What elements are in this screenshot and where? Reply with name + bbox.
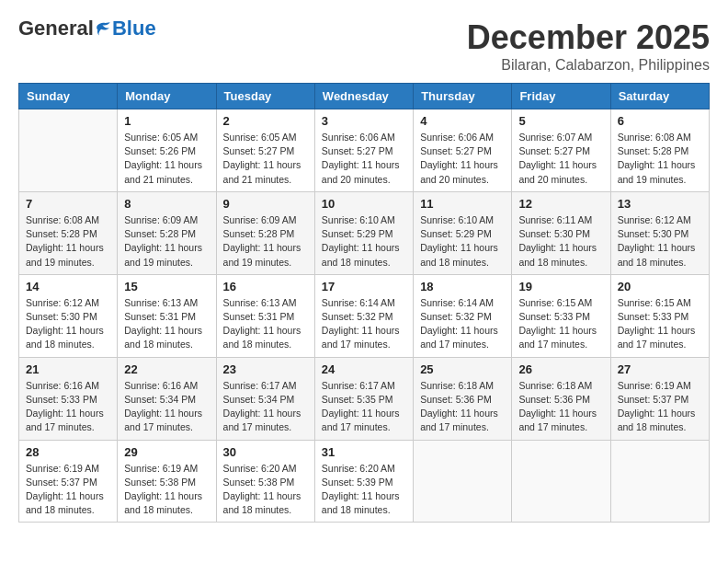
calendar-cell: 29Sunrise: 6:19 AM Sunset: 5:38 PM Dayli…	[118, 440, 216, 523]
day-info: Sunrise: 6:09 AM Sunset: 5:28 PM Dayligh…	[223, 213, 308, 270]
calendar-week-row: 7Sunrise: 6:08 AM Sunset: 5:28 PM Daylig…	[19, 191, 710, 274]
day-number: 7	[26, 197, 110, 211]
day-info: Sunrise: 6:19 AM Sunset: 5:37 PM Dayligh…	[26, 462, 110, 518]
calendar-cell: 14Sunrise: 6:12 AM Sunset: 5:30 PM Dayli…	[19, 274, 118, 357]
day-number: 9	[223, 197, 308, 211]
calendar-header-row: SundayMondayTuesdayWednesdayThursdayFrid…	[19, 84, 710, 109]
calendar-cell: 4Sunrise: 6:06 AM Sunset: 5:27 PM Daylig…	[414, 109, 512, 192]
weekday-header-friday: Friday	[512, 84, 610, 109]
calendar-cell: 23Sunrise: 6:17 AM Sunset: 5:34 PM Dayli…	[216, 357, 314, 440]
calendar-cell: 24Sunrise: 6:17 AM Sunset: 5:35 PM Dayli…	[314, 357, 413, 440]
day-number: 18	[420, 280, 505, 293]
calendar-cell: 30Sunrise: 6:20 AM Sunset: 5:38 PM Dayli…	[216, 440, 314, 523]
calendar-cell: 5Sunrise: 6:07 AM Sunset: 5:27 PM Daylig…	[512, 109, 610, 192]
day-number: 19	[518, 280, 603, 293]
calendar-cell: 28Sunrise: 6:19 AM Sunset: 5:37 PM Dayli…	[19, 440, 118, 523]
day-info: Sunrise: 6:09 AM Sunset: 5:28 PM Dayligh…	[124, 213, 209, 270]
day-number: 10	[322, 197, 406, 211]
day-info: Sunrise: 6:10 AM Sunset: 5:29 PM Dayligh…	[322, 213, 406, 270]
day-number: 20	[618, 280, 702, 293]
day-number: 27	[618, 362, 702, 376]
day-info: Sunrise: 6:08 AM Sunset: 5:28 PM Dayligh…	[26, 213, 110, 270]
calendar-cell: 27Sunrise: 6:19 AM Sunset: 5:37 PM Dayli…	[610, 357, 709, 440]
day-info: Sunrise: 6:19 AM Sunset: 5:38 PM Dayligh…	[124, 462, 209, 518]
day-info: Sunrise: 6:05 AM Sunset: 5:27 PM Dayligh…	[223, 131, 308, 187]
day-info: Sunrise: 6:08 AM Sunset: 5:28 PM Dayligh…	[618, 131, 702, 187]
day-number: 13	[618, 197, 702, 211]
calendar-cell: 21Sunrise: 6:16 AM Sunset: 5:33 PM Dayli…	[19, 357, 118, 440]
day-number: 22	[124, 362, 209, 376]
calendar-cell: 6Sunrise: 6:08 AM Sunset: 5:28 PM Daylig…	[610, 109, 709, 192]
calendar-week-row: 14Sunrise: 6:12 AM Sunset: 5:30 PM Dayli…	[19, 274, 710, 357]
day-number: 4	[420, 114, 505, 128]
weekday-header-monday: Monday	[118, 84, 216, 109]
calendar-cell: 19Sunrise: 6:15 AM Sunset: 5:33 PM Dayli…	[512, 274, 610, 357]
page-header: General Blue December 2025 Bilaran, Cala…	[18, 18, 710, 74]
day-info: Sunrise: 6:18 AM Sunset: 5:36 PM Dayligh…	[518, 379, 603, 435]
calendar-cell: 11Sunrise: 6:10 AM Sunset: 5:29 PM Dayli…	[414, 191, 512, 274]
month-title: December 2025	[467, 18, 710, 57]
day-info: Sunrise: 6:17 AM Sunset: 5:35 PM Dayligh…	[322, 379, 406, 435]
day-number: 11	[420, 197, 505, 211]
day-info: Sunrise: 6:15 AM Sunset: 5:33 PM Dayligh…	[518, 296, 603, 352]
day-number: 31	[322, 445, 406, 459]
weekday-header-tuesday: Tuesday	[216, 84, 314, 109]
calendar-cell: 31Sunrise: 6:20 AM Sunset: 5:39 PM Dayli…	[314, 440, 413, 523]
day-info: Sunrise: 6:05 AM Sunset: 5:26 PM Dayligh…	[124, 131, 209, 187]
day-number: 23	[223, 362, 308, 376]
day-number: 5	[518, 114, 603, 128]
calendar-cell: 22Sunrise: 6:16 AM Sunset: 5:34 PM Dayli…	[118, 357, 216, 440]
day-info: Sunrise: 6:07 AM Sunset: 5:27 PM Dayligh…	[518, 131, 603, 187]
day-info: Sunrise: 6:20 AM Sunset: 5:38 PM Dayligh…	[223, 462, 308, 518]
day-number: 15	[124, 280, 209, 293]
logo-bird-icon	[96, 20, 112, 37]
calendar-cell: 7Sunrise: 6:08 AM Sunset: 5:28 PM Daylig…	[19, 191, 118, 274]
calendar-cell: 15Sunrise: 6:13 AM Sunset: 5:31 PM Dayli…	[118, 274, 216, 357]
calendar-week-row: 1Sunrise: 6:05 AM Sunset: 5:26 PM Daylig…	[19, 109, 710, 192]
weekday-header-sunday: Sunday	[19, 84, 118, 109]
calendar-cell: 20Sunrise: 6:15 AM Sunset: 5:33 PM Dayli…	[610, 274, 709, 357]
day-info: Sunrise: 6:18 AM Sunset: 5:36 PM Dayligh…	[420, 379, 505, 435]
title-block: December 2025 Bilaran, Calabarzon, Phili…	[467, 18, 710, 74]
calendar-cell: 8Sunrise: 6:09 AM Sunset: 5:28 PM Daylig…	[118, 191, 216, 274]
day-info: Sunrise: 6:12 AM Sunset: 5:30 PM Dayligh…	[618, 213, 702, 270]
calendar-cell	[19, 109, 118, 192]
day-number: 16	[223, 280, 308, 293]
calendar-cell: 26Sunrise: 6:18 AM Sunset: 5:36 PM Dayli…	[512, 357, 610, 440]
day-info: Sunrise: 6:10 AM Sunset: 5:29 PM Dayligh…	[420, 213, 505, 270]
day-info: Sunrise: 6:12 AM Sunset: 5:30 PM Dayligh…	[26, 296, 110, 352]
day-number: 3	[322, 114, 406, 128]
calendar-table: SundayMondayTuesdayWednesdayThursdayFrid…	[18, 83, 710, 523]
day-info: Sunrise: 6:15 AM Sunset: 5:33 PM Dayligh…	[618, 296, 702, 352]
calendar-week-row: 21Sunrise: 6:16 AM Sunset: 5:33 PM Dayli…	[19, 357, 710, 440]
calendar-cell: 25Sunrise: 6:18 AM Sunset: 5:36 PM Dayli…	[414, 357, 512, 440]
calendar-cell: 12Sunrise: 6:11 AM Sunset: 5:30 PM Dayli…	[512, 191, 610, 274]
day-info: Sunrise: 6:16 AM Sunset: 5:34 PM Dayligh…	[124, 379, 209, 435]
calendar-cell	[512, 440, 610, 523]
day-info: Sunrise: 6:13 AM Sunset: 5:31 PM Dayligh…	[124, 296, 209, 352]
day-info: Sunrise: 6:11 AM Sunset: 5:30 PM Dayligh…	[518, 213, 603, 270]
day-info: Sunrise: 6:14 AM Sunset: 5:32 PM Dayligh…	[322, 296, 406, 352]
weekday-header-thursday: Thursday	[414, 84, 512, 109]
day-number: 24	[322, 362, 406, 376]
calendar-cell: 13Sunrise: 6:12 AM Sunset: 5:30 PM Dayli…	[610, 191, 709, 274]
day-number: 6	[618, 114, 702, 128]
day-info: Sunrise: 6:06 AM Sunset: 5:27 PM Dayligh…	[322, 131, 406, 187]
day-number: 14	[26, 280, 110, 293]
day-number: 30	[223, 445, 308, 459]
calendar-cell	[610, 440, 709, 523]
day-number: 21	[26, 362, 110, 376]
calendar-cell: 1Sunrise: 6:05 AM Sunset: 5:26 PM Daylig…	[118, 109, 216, 192]
weekday-header-saturday: Saturday	[610, 84, 709, 109]
day-info: Sunrise: 6:13 AM Sunset: 5:31 PM Dayligh…	[223, 296, 308, 352]
day-number: 26	[518, 362, 603, 376]
calendar-cell: 2Sunrise: 6:05 AM Sunset: 5:27 PM Daylig…	[216, 109, 314, 192]
calendar-cell: 10Sunrise: 6:10 AM Sunset: 5:29 PM Dayli…	[314, 191, 413, 274]
day-number: 29	[124, 445, 209, 459]
day-number: 12	[518, 197, 603, 211]
day-info: Sunrise: 6:19 AM Sunset: 5:37 PM Dayligh…	[618, 379, 702, 435]
day-info: Sunrise: 6:17 AM Sunset: 5:34 PM Dayligh…	[223, 379, 308, 435]
day-number: 2	[223, 114, 308, 128]
day-number: 8	[124, 197, 209, 211]
day-number: 1	[124, 114, 209, 128]
